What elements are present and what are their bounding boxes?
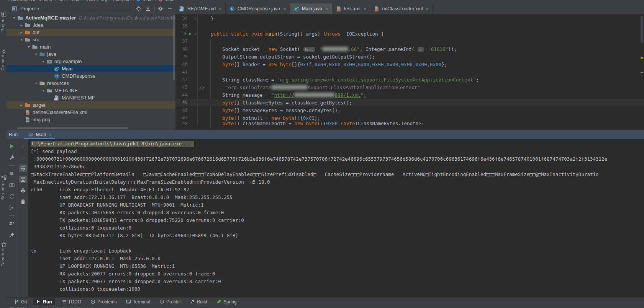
tree-vertical-scrollbar[interactable] (173, 15, 175, 80)
breadcrumb-item[interactable]: java (86, 0, 95, 2)
tab-test-xml[interactable]: test.xml× (332, 3, 370, 14)
console-line: [*] send payload (31, 148, 644, 156)
locate-icon[interactable] (135, 5, 142, 12)
tool-window-button-project[interactable]: Project (0, 17, 5, 32)
gear-icon[interactable] (157, 5, 164, 12)
fold-icon[interactable]: ∧ (193, 30, 198, 37)
tree-item-src[interactable]: ▾src (7, 36, 175, 43)
close-icon[interactable]: × (364, 6, 367, 12)
restart-icon[interactable] (8, 192, 16, 200)
tool-window-button-favorites[interactable]: Favorites (0, 248, 5, 267)
tree-item-java[interactable]: ▾java (7, 51, 175, 58)
tab-urlclassloader-xml[interactable]: urlClassLoader.xml× (370, 3, 433, 14)
run-toolbar-right: ↑↓ (17, 139, 28, 297)
tool-window-button-terminal[interactable]: Terminal (123, 298, 153, 305)
run-line-icon[interactable]: ▶ (188, 32, 193, 36)
console-line: TX packets:20077 errors:0 dropped:0 over… (31, 279, 644, 286)
chevron-right-icon[interactable]: ▸ (18, 23, 25, 27)
stop-icon[interactable] (8, 169, 16, 177)
tree-item--idea[interactable]: ▸.idea (7, 21, 175, 29)
run-console[interactable]: C:\Penetration\ProgramTools\Java\jdk1.8\… (28, 139, 644, 297)
chevron-down-icon[interactable]: ▾ (11, 16, 17, 20)
breadcrumb-item[interactable]: ActiveMqRCE-master (8, 0, 52, 2)
exit-icon[interactable] (8, 204, 16, 212)
down-icon[interactable]: ↓ (19, 153, 27, 161)
close-icon[interactable]: × (426, 6, 429, 12)
breadcrumb-item[interactable]: main (70, 0, 80, 2)
tool-window-button-commit[interactable]: Commit (0, 55, 5, 70)
tool-window-button-label: Profiler (166, 299, 181, 305)
tool-window-button-profiler[interactable]: Profiler (156, 298, 184, 305)
fold-icon[interactable]: ∧ (193, 15, 198, 22)
breadcrumb-item[interactable]: main (165, 0, 175, 2)
tree-item-main[interactable]: ▾main (7, 43, 175, 51)
close-icon[interactable]: × (325, 6, 328, 12)
close-icon[interactable]: × (283, 6, 286, 12)
code-token: s: (418, 47, 424, 52)
run-tab-main[interactable]: Main × (24, 130, 55, 139)
chevron-down-icon[interactable]: ▾ (40, 59, 46, 64)
layout-icon[interactable] (8, 220, 16, 227)
tree-item-activemqrce-master[interactable]: ▾ActiveMqRCE-masterC:\Users\Anonymous\De… (7, 14, 175, 21)
breadcrumb-item[interactable]: example (113, 0, 130, 2)
chevron-right-icon[interactable]: ▸ (18, 103, 25, 107)
breadcrumb-item[interactable]: Main (143, 0, 152, 2)
chevron-right-icon[interactable]: ▸ (18, 30, 25, 34)
close-icon[interactable]: × (49, 132, 51, 137)
up-icon[interactable]: ↑ (19, 142, 27, 150)
tree-item-manifest-mf[interactable]: MFMANIFEST.MF (7, 94, 175, 101)
structure-tool-icon[interactable] (1, 175, 6, 180)
tab-readme-md[interactable]: MDREADME.md× (175, 3, 226, 14)
tool-window-button-todo[interactable]: TODO (58, 298, 84, 305)
tool-window-button-build[interactable]: Build (187, 298, 210, 305)
tree-horizontal-scrollbar[interactable] (17, 127, 128, 129)
collapse-all-icon[interactable] (144, 5, 151, 12)
camera-icon[interactable] (8, 181, 16, 189)
tree-item-main[interactable]: CMain (7, 65, 175, 72)
pin-icon[interactable] (8, 231, 16, 239)
chevron-down-icon[interactable]: ▾ (33, 81, 39, 85)
project-panel-title[interactable]: Project (20, 6, 36, 11)
rerun-icon[interactable] (8, 142, 16, 150)
chevron-down-icon[interactable]: ▾ (18, 37, 25, 42)
project-tool-icon[interactable] (1, 11, 6, 16)
scrollend-icon[interactable] (19, 176, 27, 183)
code-editor[interactable]: 34∧ }3536▶∧ public static void main(Stri… (175, 15, 644, 130)
tool-window-button-problems[interactable]: Problems (87, 298, 120, 305)
tool-window-button-structure[interactable]: Structure (0, 181, 5, 200)
tree-item-cmdresponse[interactable]: CCMDResponse (7, 72, 175, 80)
breadcrumb-separator: / (110, 0, 111, 2)
wrench-icon[interactable] (8, 154, 16, 161)
breadcrumb-item[interactable]: src (59, 0, 65, 2)
tree-item-meta-inf[interactable]: ▾META-INF (7, 87, 175, 94)
tool-window-button-run[interactable]: Run (33, 298, 55, 305)
class-run-icon: C (54, 66, 60, 72)
printer-icon[interactable] (19, 187, 27, 194)
chevron-down-icon[interactable]: ▾ (33, 52, 39, 56)
tree-item-out[interactable]: ▸out (7, 29, 175, 36)
code-line-39: 39 OutputStream outputStream = socket.ge… (175, 53, 644, 60)
tab-main-java[interactable]: CMain.java× (290, 3, 332, 14)
tree-item-label: org.example (54, 59, 82, 64)
chevron-down-icon[interactable]: ▾ (40, 88, 46, 93)
tree-item-defineclasswritefile-xml[interactable]: defineClassWriteFile.xml (7, 109, 175, 116)
chevron-down-icon[interactable]: ▾ (26, 45, 32, 49)
tree-item-target[interactable]: ▸target (7, 101, 175, 109)
tool-window-button-git[interactable]: Git (11, 298, 30, 305)
trash-icon[interactable] (19, 198, 27, 205)
tree-item-org-example[interactable]: ▾org.example (7, 58, 175, 65)
code-token: byte (222, 100, 234, 106)
chevron-down-icon[interactable]: ▾ (37, 7, 39, 11)
tree-item-resources[interactable]: ▾resources (7, 80, 175, 87)
tree-item-img-png[interactable]: img.png (7, 116, 175, 123)
commit-tool-icon[interactable] (1, 49, 6, 54)
hide-panel-icon[interactable] (166, 5, 173, 12)
tab-cmdresponse-java[interactable]: CCMDResponse.java× (226, 3, 290, 14)
close-icon[interactable]: × (219, 6, 222, 12)
softwrap-icon[interactable] (19, 165, 27, 172)
tool-window-button-spring[interactable]: Spring (213, 298, 240, 305)
code-token: []{ (318, 122, 326, 125)
breadcrumb-item[interactable]: org (101, 0, 107, 2)
code-token: "org.springframework.context.support.Fil… (277, 77, 476, 83)
favorites-tool-icon[interactable] (1, 241, 6, 246)
